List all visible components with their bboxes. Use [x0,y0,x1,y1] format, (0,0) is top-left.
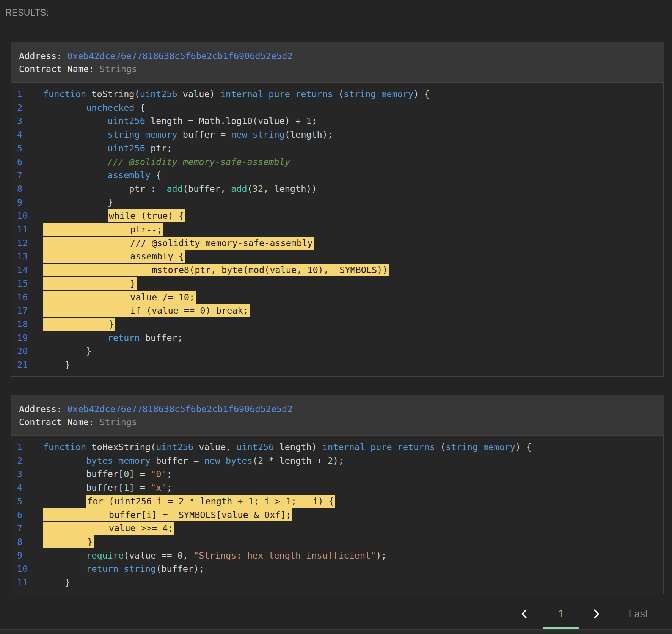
line-number: 5 [11,495,43,508]
code-text: buffer[i] = _SYMBOLS[value & 0xf]; [43,508,292,522]
code-line: 14 mstore8(ptr, byte(mod(value, 10), _SY… [11,264,663,277]
line-number: 8 [11,535,43,549]
code-text: } [43,576,70,590]
line-number: 16 [11,291,43,304]
code-line: 2 bytes memory buffer = new bytes(2 * le… [11,454,663,468]
search-match-highlight: assembly { [43,250,185,263]
search-match-highlight: value /= 10; [43,291,196,304]
code-text: value >>= 4; [43,522,174,535]
line-number: 11 [11,223,43,237]
code-text: mstore8(ptr, byte(mod(value, 10), _SYMBO… [43,264,389,277]
code-text: /// @solidity memory-safe-assembly [43,237,314,250]
code-text: function toString(uint256 value) interna… [43,88,430,101]
contract-name: Strings [99,64,137,74]
line-number: 15 [11,277,43,291]
bottom-strip [0,630,672,634]
result-card: Address: 0xeb42dce76e77818638c5f6be2cb1f… [11,395,664,594]
line-number: 2 [11,101,43,115]
code-text: uint256 ptr; [43,142,172,155]
line-number: 20 [11,345,43,358]
code-line: 13 assembly { [11,250,663,264]
line-number: 9 [11,196,43,210]
line-number: 14 [11,264,43,277]
line-number: 7 [11,522,43,535]
code-line: 20 } [11,345,663,358]
code-line: 11 } [11,576,663,590]
code-text: buffer[1] = "x"; [43,481,172,495]
code-line: 7 value >>= 4; [11,522,663,535]
code-text: buffer[0] = "0"; [43,468,172,481]
search-match-highlight: for (uint256 i = 2 * length + 1; i > 1; … [86,495,335,508]
code-line: 1function toHexString(uint256 value, uin… [11,441,663,454]
address-link[interactable]: 0xeb42dce76e77818638c5f6be2cb1f6906d52e5… [67,404,292,414]
contract-name-label: Contract Name: [19,64,99,74]
code-line: 18 } [11,318,663,331]
code-line: 6 buffer[i] = _SYMBOLS[value & 0xf]; [11,508,663,522]
code-text: } [43,535,94,549]
code-text: if (value == 0) break; [43,304,250,318]
code-line: 1function toString(uint256 value) intern… [11,88,663,101]
address-label: Address: [19,51,67,61]
next-page-button[interactable] [590,608,603,621]
code-line: 7 assembly { [11,169,663,182]
prev-page-button[interactable] [518,608,531,621]
code-text: string memory buffer = new string(length… [43,128,333,142]
code-text: assembly { [43,250,185,264]
code-text: ptr := add(buffer, add(32, length)) [43,182,317,196]
code-line: 11 ptr--; [11,223,663,237]
code-text: } [43,196,113,210]
code-line: 15 } [11,277,663,291]
search-match-highlight: while (true) { [108,209,185,222]
code-line: 8 ptr := add(buffer, add(32, length)) [11,182,663,196]
line-number: 8 [11,182,43,196]
search-match-highlight: } [43,277,137,290]
chevron-left-icon [519,608,530,621]
line-number: 2 [11,454,43,468]
search-match-highlight: ptr--; [43,223,163,236]
code-line: 10 return string(buffer); [11,562,663,576]
code-block: 1function toString(uint256 value) intern… [11,82,664,377]
contract-name-label: Contract Name: [19,417,99,427]
search-match-highlight: buffer[i] = _SYMBOLS[value & 0xf]; [43,508,292,521]
line-number: 11 [11,576,43,590]
contract-name: Strings [99,417,137,427]
code-line: 5 uint256 ptr; [11,142,663,155]
code-line: 6 /// @solidity memory-safe-assembly [11,155,663,169]
search-match-highlight: value >>= 4; [43,522,174,535]
last-page-button[interactable]: Last [621,608,655,620]
result-card-header: Address: 0xeb42dce76e77818638c5f6be2cb1f… [11,42,664,82]
search-match-highlight: } [43,318,115,331]
current-page[interactable]: 1 [551,608,570,620]
code-text: unchecked { [43,101,145,115]
code-line: 3 uint256 length = Math.log10(value) + 1… [11,115,663,128]
line-number: 4 [11,128,43,142]
line-number: 4 [11,481,43,495]
line-number: 1 [11,441,43,454]
line-number: 13 [11,250,43,264]
line-number: 7 [11,169,43,182]
code-text: } [43,358,70,372]
search-match-highlight: } [43,535,94,548]
code-text: uint256 length = Math.log10(value) + 1; [43,115,317,128]
code-text: value /= 10; [43,291,196,304]
line-number: 6 [11,155,43,169]
line-number: 1 [11,88,43,101]
line-number: 10 [11,562,43,576]
code-line: 21 } [11,358,663,372]
line-number: 12 [11,237,43,250]
code-text: ptr--; [43,223,163,237]
line-number: 9 [11,549,43,563]
code-text: assembly { [43,169,161,182]
line-number: 6 [11,508,43,522]
code-line: 3 buffer[0] = "0"; [11,468,663,481]
code-text: return string(buffer); [43,562,204,576]
address-label: Address: [19,404,67,414]
address-link[interactable]: 0xeb42dce76e77818638c5f6be2cb1f6906d52e5… [67,51,292,61]
code-line: 17 if (value == 0) break; [11,304,663,318]
chevron-right-icon [590,608,602,621]
code-line: 8 } [11,535,663,549]
code-text: function toHexString(uint256 value, uint… [43,441,532,454]
line-number: 17 [11,304,43,318]
code-line: 2 unchecked { [11,101,663,115]
code-block: 1function toHexString(uint256 value, uin… [11,435,664,594]
